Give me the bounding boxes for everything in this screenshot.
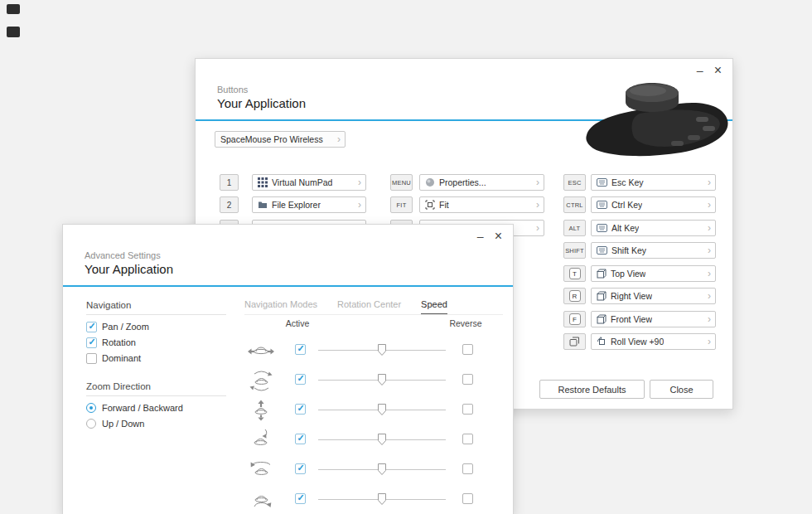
assignment-label: Top View [611,269,645,279]
assignment-label: Fit [439,200,449,210]
rotation-label: Rotation [102,337,136,347]
key-badge: ESC [563,174,586,191]
slider-thumb[interactable] [378,434,386,445]
slider-thumb[interactable] [378,344,386,356]
dominant-label: Dominant [102,353,141,363]
reverse-checkbox[interactable] [462,344,473,355]
zoom-icon [247,428,275,451]
assignment-label: Virtual NumPad [272,177,332,187]
speed-slider[interactable] [318,374,446,386]
close-window-button[interactable]: Close [650,380,713,399]
keycap-letter: F [569,313,581,325]
slider-thumb[interactable] [378,374,386,386]
rotation-checkbox[interactable] [86,337,97,348]
roll-icon [247,487,275,511]
speed-slider[interactable] [318,344,446,356]
folder-icon [258,200,268,210]
chevron-right-icon: › [536,200,539,210]
tab-navigation-modes[interactable]: Navigation Modes [244,299,317,315]
tab-speed[interactable]: Speed [421,299,447,315]
spacemouse-device-image [582,70,731,162]
slider-thumb[interactable] [378,404,386,415]
reverse-checkbox[interactable] [462,404,473,415]
rotate-screen-icon [569,337,580,347]
spin-icon [247,458,275,481]
speed-slider[interactable] [318,404,446,415]
chevron-right-icon: › [708,245,711,255]
assignment-label: Ctrl Key [611,200,642,210]
chevron-right-icon: › [536,223,539,233]
keyboard-icon [597,178,607,187]
assignment-dropdown[interactable]: Roll View +90 › [591,333,716,350]
assignment-dropdown[interactable]: Shift Key › [591,242,716,259]
restore-defaults-button[interactable]: Restore Defaults [539,380,645,399]
tilt-icon [247,368,275,391]
reverse-checkbox[interactable] [462,493,473,504]
accent-divider [63,285,513,287]
assignment-dropdown[interactable]: Alt Key › [591,220,716,236]
active-checkbox[interactable] [295,493,306,504]
keycap-letter: R [569,290,581,302]
assignment-dropdown[interactable]: Virtual NumPad › [252,174,366,191]
speed-slider[interactable] [318,434,446,445]
key-badge [563,333,586,350]
assignment-label: Alt Key [611,223,639,233]
reverse-checkbox[interactable] [462,434,473,444]
key-badge: T [563,265,586,282]
assignment-dropdown[interactable]: Front View › [591,311,716,327]
advanced-settings-window: – × Advanced Settings Your Application N… [62,224,514,514]
key-badge: SHIFT [563,242,586,259]
pan-zoom-checkbox[interactable] [86,322,97,332]
close-icon[interactable]: × [495,231,502,241]
assignment-dropdown[interactable]: Top View › [591,265,716,282]
window-subtitle: Buttons [217,85,248,95]
active-checkbox[interactable] [295,374,306,385]
up-down-radio[interactable] [86,419,96,429]
forward-backward-label: Forward / Backward [102,403,183,413]
slider-thumb[interactable] [378,463,386,475]
device-selector[interactable]: SpaceMouse Pro Wireless › [215,131,346,148]
forward-backward-radio[interactable] [86,403,96,413]
active-checkbox[interactable] [295,344,306,355]
active-checkbox[interactable] [295,404,306,415]
chevron-right-icon: › [708,177,711,187]
keycap-letter: T [569,268,581,279]
chevron-right-icon: › [708,269,711,279]
active-checkbox[interactable] [295,434,306,444]
assignment-label: Shift Key [611,245,646,255]
speed-slider[interactable] [318,493,446,505]
corner-mark [7,27,20,37]
reverse-checkbox[interactable] [462,374,473,385]
window-title: Your Application [85,262,173,276]
assignment-dropdown[interactable]: Fit › [419,196,544,213]
roll-view-icon [597,337,607,347]
assignment-dropdown[interactable]: Properties... › [419,174,544,191]
slider-thumb[interactable] [378,493,386,505]
up-down-label: Up / Down [102,419,144,429]
view-cube-icon [597,314,607,324]
active-column-header: Active [283,318,312,328]
pan-up-down-icon [247,398,275,421]
reverse-checkbox[interactable] [462,463,473,474]
chevron-right-icon: › [358,200,361,210]
assignment-label: Right View [611,291,652,301]
section-divider [86,314,226,315]
chevron-right-icon: › [358,177,361,187]
assignment-label: Properties... [439,177,486,187]
assignment-dropdown[interactable]: Right View › [591,288,716,304]
active-checkbox[interactable] [295,463,306,474]
minimize-icon[interactable]: – [477,232,484,240]
assignment-dropdown[interactable]: Esc Key › [591,174,716,191]
key-badge: 2 [220,196,239,213]
speed-slider[interactable] [318,463,446,475]
assignment-dropdown[interactable]: Ctrl Key › [591,196,716,213]
keyboard-icon [597,201,607,209]
pan-left-right-icon [247,338,275,361]
assignment-dropdown[interactable]: File Explorer › [252,196,366,213]
chevron-right-icon: › [708,223,711,233]
key-badge: 1 [220,174,239,191]
chevron-right-icon: › [708,291,711,301]
tab-rotation-center[interactable]: Rotation Center [337,299,401,315]
dominant-checkbox[interactable] [86,353,97,364]
section-divider [86,395,226,396]
